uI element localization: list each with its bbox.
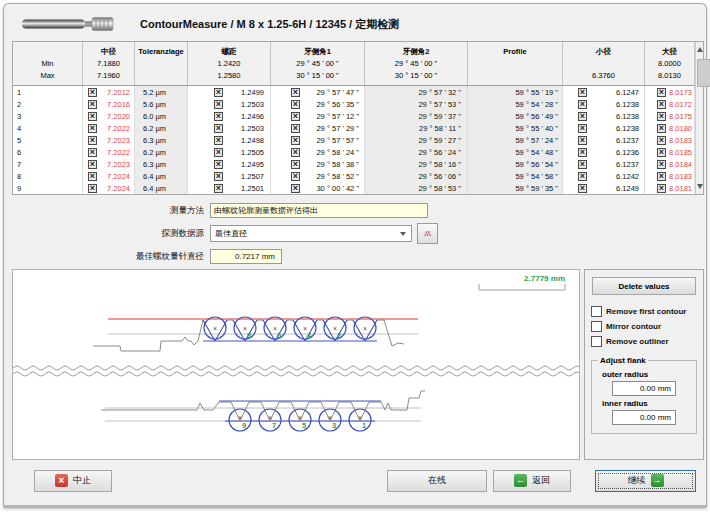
checked-checkbox-icon[interactable]: × xyxy=(291,172,300,181)
checked-checkbox-icon[interactable]: × xyxy=(88,172,97,181)
contour-checkbox-list: Remove first contourMirror contourRemove… xyxy=(591,304,697,349)
checked-checkbox-icon[interactable]: × xyxy=(214,124,223,133)
table-row[interactable]: 7×7.20236.3 µm×1.2495×29 ° 58 ' 38 "29 °… xyxy=(13,158,695,170)
checked-checkbox-icon[interactable]: × xyxy=(657,124,666,133)
checked-checkbox-icon[interactable]: × xyxy=(88,148,97,157)
table-row[interactable]: 5×7.20236.3 µm×1.2498×29 ° 57 ' 57 "29 °… xyxy=(13,134,695,146)
checked-checkbox-icon[interactable]: × xyxy=(88,88,97,97)
table-header-cell: 牙侧角229 ° 45 ' 00 "30 ° 15 ' 00 " xyxy=(365,42,468,85)
cell-value: 29 ° 58 ' 53 " xyxy=(365,184,461,193)
table-row[interactable]: 3×7.20206.0 µm×1.2496×29 ° 57 ' 12 "29 °… xyxy=(13,110,695,122)
option-checkbox-row[interactable]: Remove first contour xyxy=(591,304,697,319)
cell-pitch: ×1.2499 xyxy=(188,86,271,98)
table-row[interactable]: 2×7.20165.6 µm×1.2503×29 ° 56 ' 35 "29 °… xyxy=(13,98,695,110)
cell-fa2: 29 ° 59 ' 27 " xyxy=(365,134,468,146)
checked-checkbox-icon[interactable]: × xyxy=(88,184,97,193)
abort-button[interactable]: × 中止 xyxy=(34,470,112,492)
unchecked-checkbox-icon[interactable] xyxy=(591,306,602,317)
checked-checkbox-icon[interactable]: × xyxy=(578,160,587,169)
checked-checkbox-icon[interactable]: × xyxy=(291,124,300,133)
option-checkbox-row[interactable]: Mirror contour xyxy=(591,319,697,334)
back-button[interactable]: ← 返回 xyxy=(493,470,571,492)
scrollbar-thumb[interactable] xyxy=(697,59,710,87)
checked-checkbox-icon[interactable]: × xyxy=(291,100,300,109)
inner-radius-field[interactable]: 0.00 mm xyxy=(612,410,676,425)
table-row[interactable]: 6×7.20226.2 µm×1.2505×29 ° 58 ' 24 "29 °… xyxy=(13,146,695,158)
checked-checkbox-icon[interactable]: × xyxy=(291,88,300,97)
checked-checkbox-icon[interactable]: × xyxy=(214,88,223,97)
checked-checkbox-icon[interactable]: × xyxy=(88,124,97,133)
cell-d2: ×7.2022 xyxy=(83,146,135,158)
checked-checkbox-icon[interactable]: × xyxy=(214,172,223,181)
table-scrollbar[interactable] xyxy=(695,42,703,194)
checked-checkbox-icon[interactable]: × xyxy=(657,136,666,145)
contour-points-button[interactable] xyxy=(417,223,438,244)
cell-value: 59 ° 55 ' 19 " xyxy=(468,88,558,97)
checked-checkbox-icon[interactable]: × xyxy=(291,136,300,145)
probe-center-mark: × xyxy=(358,414,362,421)
wire-diameter-label: 最佳螺纹量针直径 xyxy=(4,251,210,263)
checked-checkbox-icon[interactable]: × xyxy=(214,184,223,193)
checked-checkbox-icon[interactable]: × xyxy=(578,172,587,181)
checked-checkbox-icon[interactable]: × xyxy=(214,148,223,157)
checked-checkbox-icon[interactable]: × xyxy=(657,112,666,121)
cell-pitch: ×1.2505 xyxy=(188,146,271,158)
scrollbar-track[interactable] xyxy=(696,57,703,179)
cell-value: 8.0180 xyxy=(666,124,692,133)
checked-checkbox-icon[interactable]: × xyxy=(214,136,223,145)
table-row[interactable]: 4×7.20226.2 µm×1.2503×29 ° 57 ' 29 "29 °… xyxy=(13,122,695,134)
cell-fa2: 29 ° 56 ' 24 " xyxy=(365,146,468,158)
checked-checkbox-icon[interactable]: × xyxy=(578,88,587,97)
scrollbar-down-icon[interactable] xyxy=(696,179,703,194)
unchecked-checkbox-icon[interactable] xyxy=(591,336,602,347)
checked-checkbox-icon[interactable]: × xyxy=(291,160,300,169)
checked-checkbox-icon[interactable]: × xyxy=(578,100,587,109)
cell-value: 7.2020 xyxy=(97,112,130,121)
checked-checkbox-icon[interactable]: × xyxy=(657,148,666,157)
table-header: MinMax中径7.18807.1960Toleranzlage 螺距1.242… xyxy=(13,42,695,86)
scrollbar-up-icon[interactable] xyxy=(696,42,703,57)
outer-radius-field[interactable]: 0.00 mm xyxy=(612,381,676,396)
unchecked-checkbox-icon[interactable] xyxy=(591,321,602,332)
checked-checkbox-icon[interactable]: × xyxy=(578,136,587,145)
cell-d1: ×6.1242 xyxy=(563,170,645,182)
checked-checkbox-icon[interactable]: × xyxy=(88,160,97,169)
source-dropdown[interactable]: 最佳直径 xyxy=(210,225,412,242)
continue-button[interactable]: 继续 → xyxy=(595,470,696,492)
checked-checkbox-icon[interactable]: × xyxy=(214,112,223,121)
table-row[interactable]: 9×7.20246.4 µm×1.2501×30 ° 00 ' 42 "29 °… xyxy=(13,182,695,194)
checked-checkbox-icon[interactable]: × xyxy=(214,160,223,169)
cell-value: 29 ° 56 ' 06 " xyxy=(365,172,461,181)
checked-checkbox-icon[interactable]: × xyxy=(88,112,97,121)
online-button[interactable]: 在线 xyxy=(387,470,487,492)
checked-checkbox-icon[interactable]: × xyxy=(657,160,666,169)
checked-checkbox-icon[interactable]: × xyxy=(578,124,587,133)
method-field[interactable]: 由螺纹轮廓测量数据评估得出 xyxy=(210,203,428,218)
cell-value: 29 ° 57 ' 53 " xyxy=(365,100,461,109)
cell-pitch: ×1.2495 xyxy=(188,158,271,170)
table-row[interactable]: 1×7.20125.2 µm×1.2499×29 ° 57 ' 47 "29 °… xyxy=(13,86,695,98)
checked-checkbox-icon[interactable]: × xyxy=(578,184,587,193)
checked-checkbox-icon[interactable]: × xyxy=(657,184,666,193)
checked-checkbox-icon[interactable]: × xyxy=(291,184,300,193)
checked-checkbox-icon[interactable]: × xyxy=(291,112,300,121)
checked-checkbox-icon[interactable]: × xyxy=(88,136,97,145)
checked-checkbox-icon[interactable]: × xyxy=(578,112,587,121)
contour-plot[interactable]: 2.7779 mm ××8×6×4×2××9×7×5×3×1 xyxy=(12,269,580,460)
table-row[interactable]: 8×7.20246.4 µm×1.2507×29 ° 58 ' 52 "29 °… xyxy=(13,170,695,182)
wire-diameter-field[interactable]: 0.7217 mm xyxy=(210,249,282,264)
checked-checkbox-icon[interactable]: × xyxy=(214,100,223,109)
checked-checkbox-icon[interactable]: × xyxy=(657,88,666,97)
fitted-flank-lines xyxy=(203,320,377,341)
checked-checkbox-icon[interactable]: × xyxy=(578,148,587,157)
cell-value: 29 ° 57 ' 12 " xyxy=(300,112,359,121)
scale-bracket xyxy=(479,284,565,290)
checked-checkbox-icon[interactable]: × xyxy=(88,100,97,109)
delete-values-button[interactable]: Delete values xyxy=(592,277,696,295)
method-value: 由螺纹轮廓测量数据评估得出 xyxy=(214,205,318,216)
checked-checkbox-icon[interactable]: × xyxy=(657,100,666,109)
checked-checkbox-icon[interactable]: × xyxy=(291,148,300,157)
checked-checkbox-icon[interactable]: × xyxy=(657,172,666,181)
cell-d: ×8.0172 xyxy=(645,98,695,110)
option-checkbox-row[interactable]: Remove outliner xyxy=(591,334,697,349)
